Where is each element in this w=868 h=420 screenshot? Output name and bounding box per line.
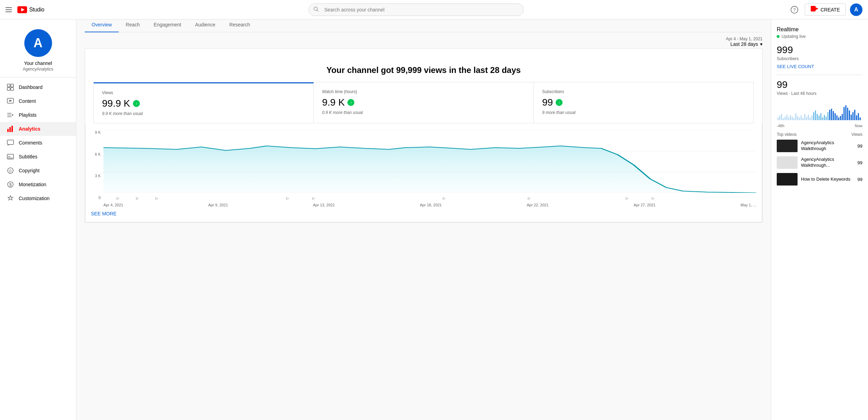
nav-left: Studio [6, 6, 44, 13]
svg-rect-75 [858, 113, 859, 120]
svg-rect-69 [847, 108, 848, 120]
chart-area: 9 K 6 K 3 K 0 [85, 123, 762, 222]
svg-rect-9 [11, 84, 14, 87]
svg-rect-30 [777, 117, 778, 120]
video-title-3: How to Delete Keywords [801, 176, 854, 182]
channel-headline: Your channel got 99,999 views in the las… [93, 56, 754, 82]
mini-chart-start-label: -48h [777, 124, 784, 128]
date-range-select[interactable]: Last 28 days ▾ [726, 41, 762, 47]
top-nav: Studio ? CREATE A [0, 0, 868, 19]
metric-watchtime[interactable]: Watch time (hours) 9.9 K ↑ 0.9 K more th… [314, 82, 534, 123]
channel-avatar[interactable]: A [24, 29, 52, 57]
sidebar-item-playlists[interactable]: Playlists [0, 108, 76, 122]
search-input[interactable] [309, 3, 524, 16]
sidebar-item-analytics[interactable]: Analytics [0, 122, 76, 136]
realtime-views-count: 99 [777, 79, 862, 90]
svg-rect-21 [7, 140, 14, 145]
video-info-2: AgencyAnalytics Walkthrough... [801, 157, 854, 168]
tab-reach[interactable]: Reach [119, 18, 146, 32]
svg-rect-76 [860, 117, 861, 120]
metric-watchtime-value-row: 9.9 K ↑ [322, 97, 525, 108]
channel-handle: AgencyAnalytics [23, 67, 53, 72]
svg-rect-73 [854, 110, 855, 120]
playlists-icon [7, 112, 14, 118]
video-marker-8[interactable]: ▷ [626, 196, 629, 200]
sidebar-playlists-label: Playlists [19, 112, 36, 118]
sidebar-item-customization[interactable]: Customization [0, 191, 76, 205]
analytics-top: Your channel got 99,999 views in the las… [85, 49, 762, 123]
comments-icon [7, 139, 14, 146]
video-marker-1[interactable]: ▷ [117, 196, 119, 200]
video-marker-3[interactable]: ▷ [155, 196, 158, 200]
svg-rect-41 [797, 116, 798, 120]
tab-overview[interactable]: Overview [85, 18, 119, 32]
svg-rect-38 [792, 117, 793, 120]
video-thumb-1 [777, 140, 798, 152]
video-thumb-2 [777, 156, 798, 169]
top-videos-label: Top videos [777, 132, 797, 137]
channel-section: A Your channel AgencyAnalytics [0, 22, 76, 77]
svg-rect-36 [788, 117, 789, 120]
top-video-item-1[interactable]: AgencyAnalytics Walkthrough 99 [777, 140, 862, 152]
svg-rect-43 [801, 115, 802, 120]
video-marker-2[interactable]: ▷ [136, 196, 139, 200]
svg-rect-18 [7, 129, 9, 132]
sidebar-item-monetization[interactable]: $ Monetization [0, 178, 76, 191]
x-label-2: Apr 13, 2021 [313, 203, 335, 207]
svg-text:$: $ [9, 182, 12, 187]
help-button[interactable]: ? [788, 3, 801, 16]
video-views-3: 99 [858, 177, 862, 182]
metric-watchtime-value: 9.9 K [322, 97, 345, 108]
svg-rect-47 [808, 115, 809, 120]
svg-rect-10 [7, 88, 10, 90]
video-marker-9[interactable]: ▷ [652, 196, 655, 200]
top-video-item-3[interactable]: How to Delete Keywords 99 [777, 173, 862, 186]
metric-subscribers[interactable]: Subscribers 99 ↑ 9 more than usual [534, 82, 753, 123]
svg-rect-54 [820, 113, 821, 120]
svg-rect-40 [795, 113, 797, 120]
hamburger-button[interactable] [6, 7, 12, 12]
updating-live-label: Updating live [782, 34, 806, 39]
tab-engagement[interactable]: Engagement [147, 18, 188, 32]
x-label-0: Apr 4, 2021 [103, 203, 123, 207]
create-button[interactable]: CREATE [805, 3, 846, 16]
x-label-4: Apr 22, 2021 [527, 203, 549, 207]
tab-research[interactable]: Research [222, 18, 257, 32]
svg-rect-11 [11, 88, 14, 90]
svg-rect-53 [818, 116, 819, 120]
video-marker-5[interactable]: ▷ [312, 196, 315, 200]
svg-rect-39 [793, 118, 794, 120]
top-video-item-2[interactable]: AgencyAnalytics Walkthrough... 99 [777, 156, 862, 169]
logo[interactable]: Studio [17, 6, 44, 13]
video-marker-4[interactable]: ▷ [286, 196, 289, 200]
metric-views[interactable]: Views 99.9 K ↑ 9.9 K more than usual [94, 82, 314, 123]
sidebar-item-comments[interactable]: Comments [0, 136, 76, 150]
search-bar [309, 3, 524, 16]
sidebar-item-dashboard[interactable]: Dashboard [0, 80, 76, 94]
metric-views-label: Views [102, 90, 305, 95]
see-more-link[interactable]: SEE MORE [91, 207, 117, 216]
svg-rect-63 [836, 115, 837, 120]
mini-chart-end-label: Now [855, 124, 862, 128]
sidebar-item-subtitles[interactable]: Subtitles [0, 150, 76, 164]
tab-audience[interactable]: Audience [188, 18, 222, 32]
svg-rect-64 [838, 117, 839, 120]
svg-rect-60 [831, 109, 832, 120]
svg-rect-31 [779, 116, 780, 120]
see-live-link[interactable]: SEE LIVE COUNT [777, 64, 862, 69]
metric-watchtime-comparison: 0.9 K more than usual [322, 110, 525, 115]
sidebar-monetization-label: Monetization [19, 182, 46, 187]
sidebar-analytics-label: Analytics [19, 126, 40, 132]
sidebar-item-content[interactable]: Content [0, 94, 76, 108]
svg-rect-59 [829, 110, 830, 120]
realtime-views-label: Views · Last 48 hours [777, 91, 862, 96]
subtitles-icon [7, 153, 14, 160]
avatar[interactable]: A [850, 3, 862, 16]
video-thumb-3 [777, 173, 798, 186]
video-marker-6[interactable]: ▷ [443, 196, 446, 200]
svg-rect-45 [804, 114, 805, 120]
sidebar-item-copyright[interactable]: © Copyright [0, 164, 76, 178]
video-marker-7[interactable]: ▷ [528, 196, 531, 200]
mini-chart-svg [777, 100, 862, 121]
sidebar: A Your channel AgencyAnalytics Dashboard… [0, 19, 76, 401]
